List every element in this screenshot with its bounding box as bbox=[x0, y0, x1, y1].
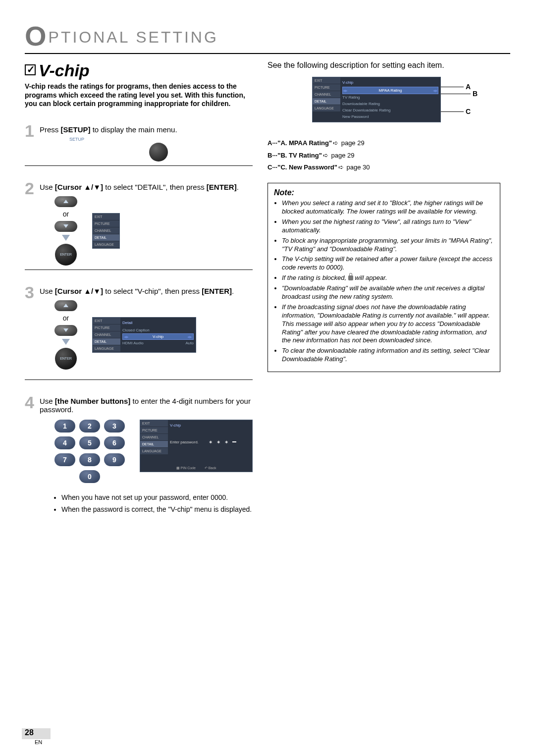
section-heading: V-chip bbox=[25, 61, 253, 80]
arrow-down-icon bbox=[62, 235, 70, 241]
osd-sidebar-menu: EXIT PICTURE CHANNEL DETAIL LANGUAGE bbox=[92, 213, 120, 249]
setup-button-icon bbox=[149, 143, 168, 162]
step-number: 2 bbox=[25, 180, 34, 197]
step-number: 1 bbox=[25, 122, 34, 139]
or-label: or bbox=[63, 210, 69, 218]
key-0: 0 bbox=[79, 470, 100, 483]
key-3: 3 bbox=[104, 420, 125, 432]
or-label: or bbox=[63, 314, 69, 322]
enter-button-icon: ENTER bbox=[55, 244, 77, 266]
note-box: Note: When you select a rating and set i… bbox=[268, 183, 500, 372]
reference-lines: A···"A. MPAA Rating"➪ page 29 B···"B. TV… bbox=[268, 137, 500, 174]
step-number: 4 bbox=[25, 394, 34, 411]
label-c: C bbox=[466, 108, 471, 115]
osd-detail-menu: EXIT PICTURE CHANNEL DETAIL LANGUAGE Det… bbox=[92, 317, 196, 353]
page-number: 28 bbox=[25, 728, 34, 737]
key-8: 8 bbox=[79, 453, 100, 466]
cursor-down-icon bbox=[54, 221, 77, 232]
step-text: Use [Cursor ▲/▼] to select "DETAIL", the… bbox=[40, 180, 253, 191]
cursor-up-icon bbox=[54, 196, 77, 207]
key-7: 7 bbox=[54, 453, 75, 466]
key-2: 2 bbox=[79, 420, 100, 432]
intro-text: V-chip reads the ratings for programs, t… bbox=[25, 82, 253, 108]
page-language: EN bbox=[35, 739, 42, 745]
osd-vchip-menu: EXIT PICTURE CHANNEL DETAIL LANGUAGE V-c… bbox=[312, 77, 441, 122]
key-4: 4 bbox=[54, 436, 75, 449]
cursor-down-icon bbox=[54, 325, 77, 336]
key-6: 6 bbox=[104, 436, 125, 449]
setup-label: SETUP bbox=[64, 137, 89, 142]
label-a: A bbox=[466, 83, 471, 91]
right-intro: See the following description for settin… bbox=[268, 61, 500, 70]
step-text: Use [Cursor ▲/▼] to select "V-chip", the… bbox=[40, 284, 253, 295]
arrow-down-icon bbox=[62, 339, 70, 345]
lock-icon bbox=[348, 275, 353, 280]
number-keypad: 1 2 3 4 5 6 7 8 9 bbox=[54, 420, 125, 466]
step4-notes: When you have not set up your password, … bbox=[54, 493, 253, 514]
step-text: Press [SETUP] to display the main menu. bbox=[40, 122, 253, 134]
cursor-up-icon bbox=[54, 300, 77, 311]
checkbox-icon bbox=[25, 64, 36, 75]
enter-button-icon: ENTER bbox=[55, 348, 77, 370]
header-title: OPTIONAL SETTING bbox=[25, 20, 510, 54]
key-9: 9 bbox=[104, 453, 125, 466]
step-number: 3 bbox=[25, 284, 34, 301]
label-b: B bbox=[473, 90, 478, 98]
key-1: 1 bbox=[54, 420, 75, 432]
key-5: 5 bbox=[79, 436, 100, 449]
step-text: Use [the Number buttons] to enter the 4-… bbox=[40, 394, 253, 414]
osd-vchip-password: EXIT PICTURE CHANNEL DETAIL LANGUAGE V-c… bbox=[140, 420, 253, 472]
